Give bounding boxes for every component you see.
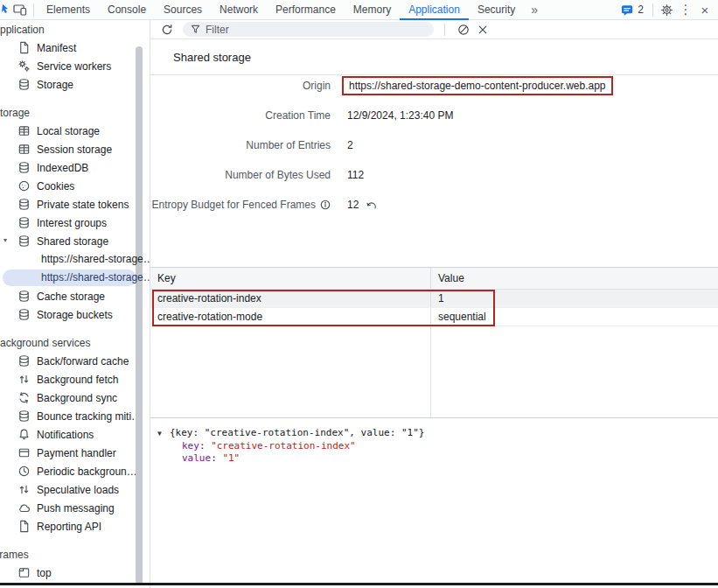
section-header-storage: Storage	[0, 104, 150, 122]
info-icon[interactable]	[320, 200, 331, 210]
tab-memory[interactable]: Memory	[345, 0, 400, 20]
field-row-creation-time: Creation Time 12/9/2024, 1:23:40 PM	[150, 101, 718, 130]
field-label: Entropy Budget for Fenced Frames	[152, 199, 316, 211]
sidebar-item-periodic-background-sync[interactable]: Periodic backgroun…	[0, 462, 150, 480]
entries-data-grid: Key Value creative-rotation-index 1 crea…	[150, 267, 718, 418]
filter-pill	[183, 22, 434, 37]
table-grid-icon	[17, 143, 31, 156]
sidebar-item-shared-storage[interactable]: ▾ Shared storage	[0, 232, 150, 250]
inspect-element-icon[interactable]	[2, 0, 10, 19]
sidebar-item-bounce-tracking-mitigations[interactable]: Bounce tracking miti…	[0, 407, 150, 425]
database-icon	[17, 161, 31, 174]
database-icon	[17, 354, 31, 368]
table-row[interactable]: creative-rotation-mode sequential	[150, 308, 718, 326]
issues-count-label: 2	[638, 4, 644, 16]
tab-elements[interactable]: Elements	[38, 0, 99, 20]
close-devtools-icon[interactable]: ×	[695, 0, 715, 19]
refresh-icon[interactable]	[157, 21, 177, 38]
entry-preview-pane: ▼ {key: "creative-rotation-index", value…	[150, 420, 718, 588]
sidebar-item-storage-buckets[interactable]: Storage buckets	[0, 305, 150, 324]
sidebar-item-cache-storage[interactable]: Cache storage	[0, 287, 150, 305]
metadata-report: Origin https://shared-storage-demo-conte…	[150, 71, 718, 220]
sidebar-scrollbar[interactable]	[136, 46, 143, 584]
cookie-icon	[17, 179, 31, 192]
sidebar-item-local-storage[interactable]: Local storage	[0, 122, 150, 140]
disclosure-triangle-icon[interactable]: ▼	[157, 427, 170, 440]
table-grid-icon	[17, 124, 31, 137]
sidebar-item-background-fetch[interactable]: Background fetch	[0, 370, 150, 388]
tab-network[interactable]: Network	[211, 0, 267, 20]
shared-storage-panel: Shared storage Origin https://shared-sto…	[150, 20, 718, 588]
field-row-entropy-budget: Entropy Budget for Fenced Frames 12	[150, 190, 718, 220]
database-icon	[17, 198, 31, 211]
tabbar-separator	[33, 4, 34, 17]
settings-gear-icon[interactable]	[657, 0, 676, 19]
up-down-arrows-icon	[17, 483, 31, 496]
sidebar-item-shared-storage-origin-2-selected[interactable]: https://shared-storage…	[0, 269, 150, 287]
sidebar-item-shared-storage-origin-1[interactable]: https://shared-storage…	[0, 250, 150, 269]
sidebar-item-payment-handler[interactable]: Payment handler	[0, 444, 150, 462]
more-options-kebab-icon[interactable]: ⋮	[676, 0, 695, 19]
cell-key: creative-rotation-index	[150, 290, 431, 307]
clear-block-icon[interactable]	[454, 21, 473, 38]
tab-security[interactable]: Security	[469, 0, 524, 20]
sidebar-item-service-workers[interactable]: Service workers	[0, 57, 150, 75]
sidebar-item-indexeddb[interactable]: IndexedDB	[0, 158, 150, 177]
service-worker-gear-icon	[17, 60, 31, 73]
tabbar-separator	[652, 4, 653, 17]
device-toolbar-icon[interactable]	[10, 0, 30, 19]
tab-sources[interactable]: Sources	[155, 0, 211, 20]
section-header-application: Application	[0, 21, 150, 38]
sidebar-item-reporting-api[interactable]: Reporting API	[0, 517, 150, 536]
field-value: 2	[347, 139, 353, 151]
issues-counter[interactable]: 2	[616, 4, 649, 17]
sidebar-item-top-frame[interactable]: top	[0, 564, 150, 582]
cell-value: 1	[431, 290, 718, 307]
reset-undo-icon[interactable]	[366, 200, 377, 211]
sync-arrows-icon	[17, 391, 31, 404]
sidebar-item-private-state-tokens[interactable]: Private state tokens	[0, 195, 150, 214]
database-icon	[17, 216, 31, 229]
clock-icon	[17, 465, 31, 478]
column-header-key[interactable]: Key	[150, 268, 431, 289]
table-row[interactable]: creative-rotation-index 1	[150, 290, 718, 308]
column-header-value[interactable]: Value	[431, 268, 718, 289]
section-header-frames: Frames	[0, 546, 150, 564]
sidebar-item-notifications[interactable]: Notifications	[0, 425, 150, 444]
data-grid-empty-area	[150, 326, 718, 418]
preview-property: value: "1"	[157, 452, 718, 465]
funnel-filter-icon	[191, 24, 200, 34]
filter-input[interactable]	[206, 24, 426, 36]
page-title: Shared storage	[150, 39, 718, 75]
cell-key: creative-rotation-mode	[150, 308, 431, 326]
tab-console[interactable]: Console	[99, 0, 155, 20]
sidebar-item-background-sync[interactable]: Background sync	[0, 388, 150, 407]
database-icon	[17, 290, 31, 303]
section-header-background-services: Background services	[0, 334, 150, 352]
sidebar-item-cookies[interactable]: Cookies	[0, 177, 150, 195]
more-tabs-icon[interactable]: »	[524, 3, 545, 17]
origin-value-annotated: https://shared-storage-demo-content-prod…	[342, 76, 613, 95]
panel-toolbar	[150, 20, 718, 39]
tab-performance[interactable]: Performance	[267, 0, 345, 20]
field-label: Origin	[150, 80, 331, 92]
sidebar-item-push-messaging[interactable]: Push messaging	[0, 499, 150, 517]
delete-selected-icon[interactable]	[473, 21, 492, 38]
sidebar-item-interest-groups[interactable]: Interest groups	[0, 214, 150, 232]
field-value: 12/9/2024, 1:23:40 PM	[347, 109, 453, 122]
tab-application[interactable]: Application	[400, 0, 469, 20]
application-panel-sidebar: Application Manifest Service workers Sto…	[0, 20, 150, 588]
sidebar-item-back-forward-cache[interactable]: Back/forward cache	[0, 352, 150, 370]
cell-value: sequential	[431, 308, 718, 326]
frame-icon	[17, 566, 31, 579]
expand-triangle-icon[interactable]: ▾	[3, 236, 7, 244]
field-label: Number of Bytes Used	[150, 169, 331, 181]
bell-icon	[17, 428, 31, 441]
sidebar-item-session-storage[interactable]: Session storage	[0, 140, 150, 158]
toolbar-separator	[444, 24, 445, 36]
sidebar-item-speculative-loads[interactable]: Speculative loads	[0, 480, 150, 499]
sidebar-item-manifest[interactable]: Manifest	[0, 38, 150, 57]
field-row-number-of-bytes-used: Number of Bytes Used 112	[150, 160, 718, 190]
sidebar-item-storage[interactable]: Storage	[0, 75, 150, 94]
database-icon	[17, 78, 31, 91]
